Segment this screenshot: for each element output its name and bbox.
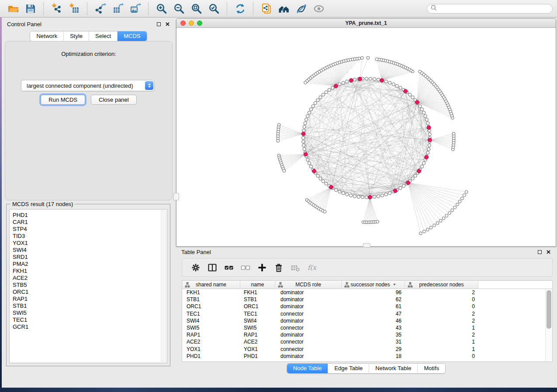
ring-node[interactable] bbox=[425, 118, 428, 121]
ring-node[interactable] bbox=[302, 140, 305, 143]
ring-node[interactable] bbox=[325, 182, 328, 185]
mcds-hub-node[interactable] bbox=[368, 195, 372, 199]
leaf-node[interactable] bbox=[439, 219, 442, 222]
vertical-splitter-handle[interactable] bbox=[173, 193, 179, 200]
search-input[interactable] bbox=[437, 5, 549, 12]
share-network-document-button[interactable] bbox=[258, 2, 275, 16]
close-panel-button[interactable]: Close panel bbox=[91, 95, 137, 105]
control-panel-close-button[interactable]: ✕ bbox=[165, 21, 170, 27]
table-row[interactable]: STB1STB1dominator620 bbox=[182, 296, 546, 303]
ring-node[interactable] bbox=[303, 125, 306, 128]
mcds-result-item[interactable]: GCR1 bbox=[13, 323, 167, 330]
ring-node[interactable] bbox=[316, 174, 319, 177]
mcds-hub-node[interactable] bbox=[312, 169, 316, 173]
leaf-node[interactable] bbox=[323, 210, 326, 213]
ring-node[interactable] bbox=[365, 196, 368, 199]
mcds-result-item[interactable]: PHD1 bbox=[13, 212, 167, 219]
leaf-node[interactable] bbox=[277, 139, 280, 142]
leaf-node[interactable] bbox=[448, 212, 451, 215]
ring-node[interactable] bbox=[422, 111, 426, 114]
ring-node[interactable] bbox=[422, 162, 426, 165]
column-header-successor-nodes[interactable]: successor nodes bbox=[342, 281, 405, 289]
mcds-result-item[interactable]: ACE2 bbox=[13, 275, 167, 282]
ring-node[interactable] bbox=[388, 81, 391, 84]
ring-node[interactable] bbox=[302, 144, 305, 147]
leaf-node[interactable] bbox=[453, 206, 457, 209]
mcds-hub-node[interactable] bbox=[417, 169, 421, 173]
mcds-hub-node[interactable] bbox=[425, 155, 429, 159]
tab-style[interactable]: Style bbox=[63, 31, 89, 41]
ring-node[interactable] bbox=[414, 174, 417, 177]
ring-node[interactable] bbox=[377, 78, 380, 81]
table-row[interactable]: TEC1TEC1connector472 bbox=[182, 310, 546, 317]
mcds-hub-node[interactable] bbox=[427, 126, 431, 130]
ring-node[interactable] bbox=[325, 91, 328, 94]
table-row[interactable]: YOX1YOX1connector291 bbox=[182, 346, 546, 353]
ring-node[interactable] bbox=[369, 77, 372, 80]
ring-node[interactable] bbox=[308, 111, 311, 114]
ring-node[interactable] bbox=[305, 118, 308, 121]
table-row[interactable]: SWI5SWI5connector431 bbox=[182, 324, 546, 331]
leaf-node[interactable] bbox=[436, 222, 439, 225]
ring-node[interactable] bbox=[314, 102, 317, 105]
ring-node[interactable] bbox=[424, 114, 427, 117]
mcds-list-scrollbar[interactable] bbox=[161, 210, 166, 362]
table-row[interactable]: ACE2ACE2connector311 bbox=[182, 338, 546, 345]
ring-node[interactable] bbox=[426, 122, 429, 125]
leaf-node[interactable] bbox=[376, 220, 379, 223]
mcds-result-item[interactable]: FKH1 bbox=[13, 268, 167, 275]
ring-node[interactable] bbox=[304, 122, 307, 125]
table-row[interactable]: FKH1FKH1dominator962 bbox=[182, 289, 546, 296]
ring-node[interactable] bbox=[353, 78, 356, 81]
deselect-all-rows-button[interactable] bbox=[237, 260, 254, 275]
mcds-result-item[interactable]: SWI4 bbox=[13, 247, 167, 254]
ring-node[interactable] bbox=[302, 136, 305, 139]
ring-node[interactable] bbox=[365, 77, 368, 80]
ring-node[interactable] bbox=[309, 165, 312, 168]
mcds-result-item[interactable]: YOX1 bbox=[13, 240, 167, 247]
leaf-node[interactable] bbox=[429, 226, 432, 229]
ring-node[interactable] bbox=[322, 180, 325, 183]
ring-node[interactable] bbox=[309, 108, 312, 111]
mcds-hub-node[interactable] bbox=[380, 79, 384, 83]
leaf-node[interactable] bbox=[367, 56, 370, 59]
tab-select[interactable]: Select bbox=[89, 31, 117, 41]
table-scrollbar-thumb[interactable] bbox=[547, 290, 551, 329]
ring-node[interactable] bbox=[384, 193, 387, 196]
zoom-selected-button[interactable] bbox=[205, 2, 223, 16]
ring-node[interactable] bbox=[399, 86, 402, 89]
leaf-node[interactable] bbox=[451, 209, 454, 212]
leaf-node[interactable] bbox=[456, 203, 459, 206]
ring-node[interactable] bbox=[426, 151, 429, 154]
run-mcds-button[interactable]: Run MCDS bbox=[41, 95, 85, 105]
ring-node[interactable] bbox=[303, 148, 306, 151]
ring-node[interactable] bbox=[335, 189, 338, 192]
column-header-predecessor-nodes[interactable]: predecessor nodes bbox=[405, 281, 478, 289]
ring-node[interactable] bbox=[381, 194, 384, 197]
table-panel-close-button[interactable]: ✕ bbox=[546, 249, 551, 255]
ring-node[interactable] bbox=[408, 93, 412, 96]
zoom-out-button[interactable] bbox=[170, 2, 188, 16]
ring-node[interactable] bbox=[342, 192, 345, 195]
ring-node[interactable] bbox=[328, 88, 331, 91]
table-row[interactable]: ORC1ORC1dominator610 bbox=[182, 303, 546, 310]
table-panel-float-button[interactable] bbox=[538, 250, 542, 254]
ring-node[interactable] bbox=[353, 195, 356, 198]
ring-node[interactable] bbox=[308, 162, 311, 165]
leaf-node[interactable] bbox=[375, 58, 378, 61]
ring-node[interactable] bbox=[346, 80, 349, 83]
horizontal-splitter-handle[interactable] bbox=[363, 243, 370, 248]
mcds-result-item[interactable]: ORC1 bbox=[13, 289, 167, 296]
criterion-dropdown[interactable]: largest connected component (undirected) bbox=[21, 80, 155, 91]
ring-node[interactable] bbox=[377, 195, 380, 198]
leaf-node[interactable] bbox=[419, 70, 422, 73]
mcds-result-item[interactable]: SRD1 bbox=[13, 254, 167, 261]
zoom-fit-button[interactable] bbox=[188, 2, 205, 16]
leaf-node[interactable] bbox=[460, 197, 464, 200]
tab-mcds[interactable]: MCDS bbox=[117, 31, 146, 41]
ring-node[interactable] bbox=[392, 83, 395, 86]
column-header-shared-name[interactable]: shared name bbox=[182, 281, 240, 289]
ring-node[interactable] bbox=[306, 158, 309, 161]
column-header-name[interactable]: name bbox=[240, 281, 275, 289]
ring-node[interactable] bbox=[322, 93, 325, 96]
